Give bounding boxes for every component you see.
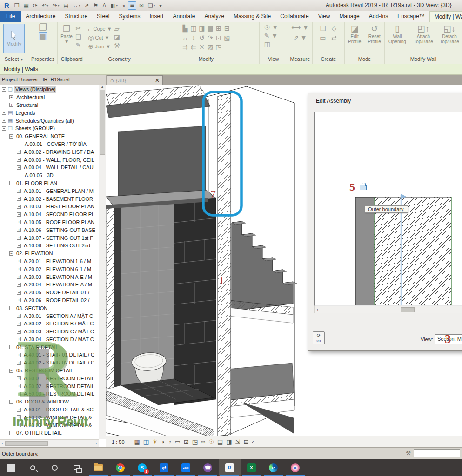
- beam-joins-icon[interactable]: ◪: [114, 33, 120, 41]
- tree-expander-icon[interactable]: +: [17, 408, 21, 412]
- visual-style-icon[interactable]: ◫: [143, 439, 149, 445]
- tree-expander-icon[interactable]: +: [2, 111, 6, 115]
- tab-structure[interactable]: Structure: [60, 11, 92, 22]
- tree-expander-icon[interactable]: +: [17, 150, 21, 154]
- scale-icon[interactable]: ⊡: [216, 34, 221, 41]
- revit-logo-icon[interactable]: R: [2, 1, 12, 9]
- scroll-right-icon[interactable]: ›: [94, 441, 99, 446]
- tree-expander-icon[interactable]: +: [2, 119, 6, 123]
- switch-windows-icon[interactable]: ❏▾: [147, 2, 156, 9]
- tab-manage[interactable]: Manage: [335, 11, 364, 22]
- taskbar-search[interactable]: [22, 459, 44, 476]
- panel-label-mode[interactable]: Mode: [345, 56, 384, 64]
- taskbar-media-player[interactable]: [284, 459, 306, 476]
- tab-annotate[interactable]: Annotate: [168, 11, 200, 22]
- tree-item[interactable]: +A.10.01 - GENERAL PLAN / M: [0, 187, 99, 195]
- browser-horizontal-scrollbar[interactable]: ‹ ›: [0, 439, 99, 447]
- tab-steel[interactable]: Steel: [92, 11, 114, 22]
- analytical-model-icon[interactable]: ◨: [226, 439, 232, 445]
- tree-expander-icon[interactable]: +: [17, 189, 21, 193]
- collapse-icon[interactable]: ‹: [252, 439, 254, 445]
- tree-item[interactable]: −❏Views (Discipline): [0, 86, 99, 93]
- tree-item[interactable]: +A.50.03 - RESTROOM DETAIL: [0, 390, 99, 398]
- tree-item[interactable]: +A.20.05 - ROOF DETAIL 01 /: [0, 289, 99, 297]
- temporary-hide-isolate-icon[interactable]: ∞: [201, 439, 205, 445]
- tree-expander-icon[interactable]: +: [17, 423, 21, 427]
- tag-icon[interactable]: ⚑: [92, 2, 100, 9]
- measure-icon[interactable]: ↔▾: [72, 2, 82, 9]
- tree-item[interactable]: −02. ELEVATION: [0, 250, 99, 258]
- mirror-axis-icon[interactable]: ▤: [207, 25, 213, 32]
- tree-expander-icon[interactable]: +: [17, 205, 21, 209]
- tree-item[interactable]: +A.40.01 - STAIR 01 DETAIL / C: [0, 351, 99, 359]
- tree-expander-icon[interactable]: −: [9, 134, 13, 139]
- text-icon[interactable]: A: [101, 2, 107, 9]
- crop-region-icon[interactable]: ⊡: [184, 439, 189, 445]
- tab-add-ins[interactable]: Add-Ins: [364, 11, 393, 22]
- tree-expander-icon[interactable]: +: [17, 314, 21, 318]
- tree-expander-icon[interactable]: −: [9, 181, 13, 185]
- tree-item[interactable]: +A.50.01 - RESTROOM DETAIL: [0, 374, 99, 382]
- taskbar-skype[interactable]: S1: [131, 459, 153, 476]
- sun-path-icon[interactable]: ☀: [152, 439, 158, 445]
- cope-button[interactable]: ⌐Cope▼: [88, 25, 112, 33]
- join-geometry-button[interactable]: ⊕Join▼: [88, 43, 112, 50]
- tree-item[interactable]: +A.10.07 - SETTING OUT 1st F: [0, 234, 99, 242]
- copy-to-clipboard-icon[interactable]: ❏: [75, 33, 81, 40]
- tree-item[interactable]: +A.40.02 - STAIR 02 DETAIL / C: [0, 359, 99, 367]
- tree-expander-icon[interactable]: +: [17, 220, 21, 224]
- properties-palette-icon[interactable]: ▤: [39, 32, 47, 40]
- sync-icon[interactable]: ⟳: [32, 2, 39, 9]
- displacement-sets-icon[interactable]: ⇲: [235, 439, 241, 445]
- tree-item[interactable]: +▤Legends: [0, 109, 99, 117]
- close-view-icon[interactable]: ✕: [155, 77, 160, 84]
- dropdown-caret-icon[interactable]: ▾: [79, 2, 80, 9]
- unpin-icon[interactable]: ⇉: [182, 43, 188, 51]
- tree-expander-icon[interactable]: +: [17, 322, 21, 326]
- tree-expander-icon[interactable]: +: [17, 384, 21, 388]
- tree-item[interactable]: +A.30.04 - SECTION D / MẶT C: [0, 336, 99, 344]
- tree-item[interactable]: +A.00.03 - WALL, FLOOR, CEIL: [0, 156, 99, 164]
- tree-item[interactable]: +Structural: [0, 101, 99, 109]
- reveal-hidden-icon[interactable]: ☉: [208, 439, 214, 445]
- pin-icon[interactable]: ▧: [224, 34, 230, 41]
- tree-expander-icon[interactable]: −: [9, 345, 13, 349]
- tree-expander-icon[interactable]: +: [17, 275, 21, 279]
- tree-item[interactable]: +A.30.03 - SECTION C / MẶT C: [0, 328, 99, 336]
- temporary-view-properties-icon[interactable]: ▤: [217, 439, 223, 445]
- tree-expander-icon[interactable]: −: [2, 126, 6, 131]
- taskbar-zalo[interactable]: Zalo: [175, 459, 197, 476]
- crop-view-icon[interactable]: ▭: [175, 439, 181, 445]
- tree-expander-icon[interactable]: +: [17, 283, 21, 287]
- dropdown-caret-icon[interactable]: ▾: [116, 2, 118, 9]
- view-tab-3d[interactable]: ⌂ {3D} ✕: [107, 75, 163, 85]
- detach-top-base-button[interactable]: ◱↓ DetachTop/Base: [439, 24, 460, 44]
- taskbar-start[interactable]: [0, 459, 22, 476]
- offset-icon[interactable]: ◫: [190, 25, 196, 32]
- tree-item[interactable]: +A.10.05 - ROOF FLOOR PLAN: [0, 218, 99, 226]
- thin-lines-icon[interactable]: ≣: [128, 1, 136, 10]
- tree-expander-icon[interactable]: +: [17, 165, 21, 170]
- tree-expander-icon[interactable]: −: [9, 431, 13, 435]
- scroll-up-icon[interactable]: ▲: [101, 85, 104, 89]
- tree-item[interactable]: +A.20.04 - ELEVATION E-A / M: [0, 281, 99, 289]
- tab-systems[interactable]: Systems: [114, 11, 145, 22]
- tree-item[interactable]: −07. OTHER DETAIL: [0, 429, 99, 437]
- properties-windows-icon[interactable]: ❐: [39, 24, 47, 31]
- linework-icon[interactable]: ✎ ▼: [264, 32, 278, 40]
- tab-file[interactable]: File: [0, 11, 21, 22]
- open-icon[interactable]: ❐: [13, 2, 21, 9]
- tree-expander-icon[interactable]: −: [9, 369, 13, 373]
- cut-geometry-button[interactable]: ◎Cut▼: [88, 34, 112, 41]
- tree-expander-icon[interactable]: +: [17, 337, 21, 341]
- rotate-icon[interactable]: ↺: [199, 34, 205, 41]
- tree-item[interactable]: −03. SECTION: [0, 304, 99, 312]
- panel-label-clipboard[interactable]: Clipboard: [58, 56, 86, 64]
- taskbar-edge[interactable]: e: [262, 459, 284, 476]
- edit-profile-button[interactable]: ◪ EditProfile: [347, 24, 363, 44]
- status-filter-box[interactable]: [414, 449, 460, 457]
- delete-icon[interactable]: ⇇: [191, 43, 196, 51]
- detail-level-icon[interactable]: ▦: [134, 439, 140, 445]
- default-3d-view-icon[interactable]: ◧▾: [109, 2, 119, 9]
- tab-modify-walls[interactable]: Modify | Walls: [429, 11, 462, 22]
